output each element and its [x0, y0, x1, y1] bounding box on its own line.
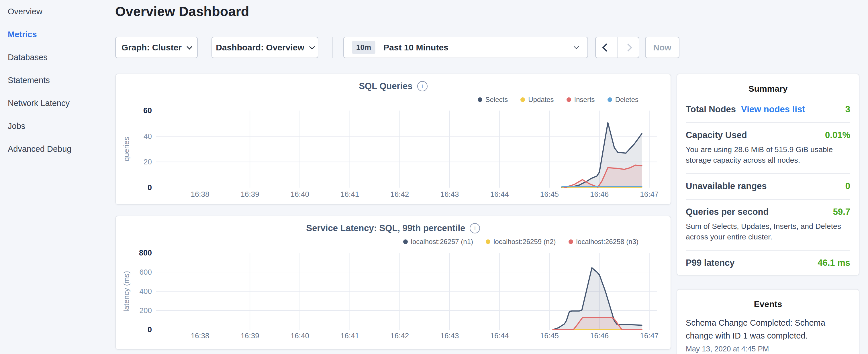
sidebar-item-metrics[interactable]: Metrics	[0, 26, 115, 49]
summary-card: Summary Total NodesView nodes list3Capac…	[677, 74, 859, 276]
x-tick-label: 16:41	[340, 190, 359, 198]
summary-row-description: You are using 28.6 MiB of 515.9 GiB usab…	[686, 144, 850, 165]
x-tick-label: 16:47	[640, 190, 658, 198]
chevron-down-icon	[187, 44, 192, 50]
summary-row: Unavailable ranges0	[686, 174, 850, 200]
now-button[interactable]: Now	[645, 37, 679, 58]
legend-item: localhost:26258 (n3)	[568, 238, 639, 246]
x-tick-label: 16:38	[191, 190, 209, 198]
time-range-badge: 10m	[352, 41, 375, 54]
summary-row: Capacity Used0.01%You are using 28.6 MiB…	[686, 123, 850, 174]
legend-dot-icon	[566, 97, 571, 102]
sidebar-item-statements[interactable]: Statements	[0, 72, 115, 95]
y-axis-unit-label: queries	[122, 137, 131, 161]
legend-label: localhost:26258 (n3)	[576, 238, 639, 246]
chevron-down-icon	[309, 44, 315, 50]
overview-dashboard-page: OverviewMetricsDatabasesStatementsNetwor…	[0, 0, 868, 354]
x-tick-label: 16:47	[640, 331, 658, 340]
sidebar-item-databases[interactable]: Databases	[0, 49, 115, 72]
chart-header: SQL Queries i	[116, 81, 671, 91]
prev-time-button[interactable]	[596, 37, 618, 58]
chart-header: Service Latency: SQL, 99th percentile i	[116, 223, 671, 233]
x-tick-label: 16:45	[540, 190, 559, 198]
x-tick-label: 16:40	[290, 190, 309, 198]
summary-rows: Total NodesView nodes list3Capacity Used…	[686, 97, 850, 276]
x-tick-label: 16:43	[440, 190, 459, 198]
chart-legend: localhost:26257 (n1)localhost:26259 (n2)…	[116, 237, 671, 246]
y-tick-label: 400	[140, 287, 152, 296]
legend-item: Updates	[520, 96, 554, 104]
summary-row-value: 46.1 ms	[817, 258, 850, 268]
legend-label: Inserts	[574, 96, 595, 104]
now-button-label: Now	[653, 43, 671, 53]
legend-item: Selects	[478, 96, 508, 104]
toolbar: Graph: Cluster Dashboard: Overview 10m P…	[115, 37, 671, 58]
summary-row: P99 latency46.1 ms	[686, 251, 850, 276]
y-tick-label: 60	[143, 106, 152, 115]
summary-row-label: Queries per second	[686, 207, 769, 217]
events-card: Events Schema Change Completed: Schema c…	[677, 289, 859, 354]
summary-row-label: Unavailable ranges	[686, 181, 767, 191]
dashboard-dropdown[interactable]: Dashboard: Overview	[212, 37, 318, 58]
x-tick-label: 16:45	[540, 331, 559, 340]
summary-row-value: 59.7	[833, 207, 850, 217]
legend-label: Selects	[486, 96, 508, 104]
dashboard-dropdown-label: Dashboard: Overview	[216, 43, 304, 53]
sidebar-item-advanced-debug[interactable]: Advanced Debug	[0, 141, 115, 164]
x-tick-label: 16:46	[590, 331, 609, 340]
sql-queries-chart[interactable]: 020406016:3816:3916:4016:4116:4216:4316:…	[116, 105, 671, 204]
info-icon[interactable]: i	[470, 223, 480, 233]
y-tick-label: 0	[148, 325, 152, 334]
summary-row-value: 3	[845, 104, 850, 115]
legend-dot-icon	[520, 97, 525, 102]
x-tick-label: 16:42	[390, 190, 409, 198]
chart-legend: SelectsUpdatesInsertsDeletes	[116, 95, 671, 104]
y-tick-label: 200	[140, 306, 152, 315]
event-item[interactable]: Schema Change Completed: Schema change w…	[686, 317, 850, 353]
legend-dot-icon	[403, 239, 408, 244]
sidebar-item-network-latency[interactable]: Network Latency	[0, 95, 115, 118]
summary-row-label: Total Nodes	[686, 104, 736, 115]
legend-dot-icon	[486, 239, 490, 244]
info-icon[interactable]: i	[417, 81, 428, 91]
x-tick-label: 16:41	[340, 331, 359, 340]
chevron-left-icon	[602, 43, 610, 51]
graph-dropdown[interactable]: Graph: Cluster	[115, 37, 198, 58]
sidebar-item-jobs[interactable]: Jobs	[0, 118, 115, 141]
y-tick-label: 800	[139, 249, 152, 257]
summary-row-value: 0.01%	[825, 130, 850, 140]
event-timestamp: May 13, 2020 at 4:45 PM	[686, 345, 850, 353]
legend-item: localhost:26259 (n2)	[486, 238, 556, 246]
summary-row-description: Sum of Selects, Updates, Inserts, and De…	[686, 221, 850, 242]
summary-row: Total NodesView nodes list3	[686, 97, 850, 123]
x-tick-label: 16:39	[241, 331, 259, 340]
x-tick-label: 16:39	[241, 190, 259, 198]
summary-title: Summary	[686, 84, 850, 94]
y-tick-label: 20	[144, 158, 152, 166]
legend-dot-icon	[478, 97, 482, 102]
chevron-right-icon	[624, 43, 632, 51]
y-tick-label: 600	[140, 268, 152, 277]
legend-label: Updates	[528, 96, 554, 104]
chart-title: SQL Queries	[359, 81, 412, 91]
legend-label: Deletes	[615, 96, 639, 104]
service-latency-chart-card: Service Latency: SQL, 99th percentile i …	[115, 216, 671, 350]
legend-label: localhost:26257 (n1)	[411, 238, 473, 246]
toolbar-divider	[333, 37, 333, 58]
main-content: Overview Dashboard Graph: Cluster Dashbo…	[115, 0, 671, 354]
sidebar-item-overview[interactable]: Overview	[0, 3, 115, 26]
legend-dot-icon	[568, 239, 573, 244]
y-tick-label: 0	[148, 183, 152, 192]
x-tick-label: 16:46	[590, 190, 609, 198]
service-latency-chart[interactable]: 020040060080016:3816:3916:4016:4116:4216…	[116, 248, 671, 346]
view-nodes-list-link[interactable]: View nodes list	[741, 104, 805, 115]
page-title: Overview Dashboard	[115, 3, 249, 19]
x-tick-label: 16:38	[191, 331, 209, 340]
chart-title: Service Latency: SQL, 99th percentile	[306, 223, 465, 233]
next-time-button[interactable]	[618, 37, 639, 58]
chevron-down-icon	[574, 44, 579, 49]
summary-row-label: P99 latency	[686, 258, 735, 268]
y-tick-label: 40	[144, 132, 152, 141]
x-tick-label: 16:44	[490, 331, 509, 340]
time-range-dropdown[interactable]: 10m Past 10 Minutes	[343, 37, 588, 58]
